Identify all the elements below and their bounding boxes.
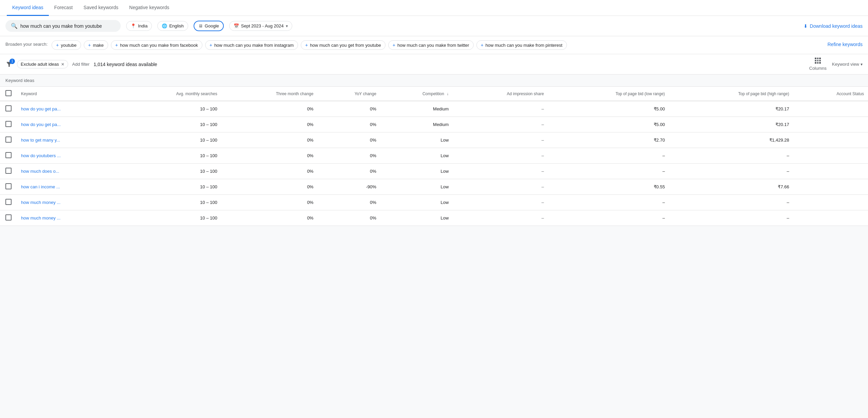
broaden-chip-twitter[interactable]: + how much can you make from twitter: [388, 40, 474, 50]
date-filter[interactable]: 📅 Sept 2023 - Aug 2024 ▾: [229, 21, 292, 31]
account-status-cell: [793, 132, 868, 148]
search-box[interactable]: 🔍: [5, 20, 121, 32]
broaden-chip-pinterest[interactable]: + how much can you make from pinterest: [476, 40, 567, 50]
chevron-down-icon: ▾: [861, 62, 863, 67]
broaden-chips: + youtube + make + how much can you make…: [52, 40, 823, 50]
columns-button[interactable]: Columns: [809, 58, 827, 71]
select-all-header[interactable]: [0, 87, 17, 101]
keyword-cell: how to get many y...: [17, 132, 118, 148]
filter-badge: 1: [9, 59, 15, 64]
row-checkbox-cell[interactable]: [0, 210, 17, 226]
tab-forecast[interactable]: Forecast: [49, 0, 78, 16]
row-checkbox[interactable]: [5, 137, 12, 143]
three-month-cell: 0%: [221, 179, 318, 195]
broaden-chip-instagram[interactable]: + how much can you make from instagram: [205, 40, 298, 50]
row-checkbox[interactable]: [5, 105, 12, 111]
table-row: how much money ... 10 – 100 0% 0% Low – …: [0, 210, 868, 226]
ad-impression-cell: –: [453, 210, 548, 226]
avg-searches-column-header: Avg. monthly searches: [118, 87, 221, 101]
top-bid-high-cell: –: [669, 195, 793, 210]
keyword-column-header: Keyword: [17, 87, 118, 101]
refine-keywords-button[interactable]: Refine keywords: [828, 40, 863, 47]
broaden-chip-make[interactable]: + make: [84, 40, 108, 50]
row-checkbox-cell[interactable]: [0, 195, 17, 210]
top-bid-low-cell: –: [548, 148, 669, 164]
row-checkbox-cell[interactable]: [0, 164, 17, 179]
select-all-checkbox[interactable]: [5, 90, 12, 96]
location-icon: 📍: [131, 23, 136, 28]
plus-icon: +: [210, 42, 212, 48]
three-month-cell: 0%: [221, 117, 318, 132]
competition-column-header[interactable]: Competition ↓: [380, 87, 453, 101]
language-label: English: [169, 23, 184, 28]
top-bid-low-cell: ₹2.70: [548, 132, 669, 148]
avg-searches-cell: 10 – 100: [118, 148, 221, 164]
broaden-chip-youtube[interactable]: + youtube: [52, 40, 81, 50]
broaden-chip-get-youtube[interactable]: + how much can you get from youtube: [301, 40, 386, 50]
tab-keyword-ideas[interactable]: Keyword ideas: [7, 0, 49, 16]
chip-label: make: [93, 43, 104, 48]
tab-saved-keywords[interactable]: Saved keywords: [78, 0, 124, 16]
exclude-adult-chip[interactable]: Exclude adult ideas ✕: [17, 60, 68, 68]
calendar-icon: 📅: [234, 23, 239, 28]
broaden-chip-facebook[interactable]: + how much can you make from facebook: [111, 40, 202, 50]
row-checkbox-cell[interactable]: [0, 148, 17, 164]
plus-icon: +: [481, 42, 484, 48]
competition-cell: Low: [380, 195, 453, 210]
row-checkbox-cell[interactable]: [0, 179, 17, 195]
search-area: 🔍 📍 India 🌐 English 🖥 Google 📅 Sept 2023…: [0, 16, 868, 36]
keyword-count: 1,014 keyword ideas available: [94, 62, 157, 67]
three-month-cell: 0%: [221, 210, 318, 226]
row-checkbox-cell[interactable]: [0, 132, 17, 148]
row-checkbox[interactable]: [5, 214, 12, 221]
table-section-header: Keyword ideas: [0, 75, 868, 87]
top-bid-low-cell: –: [548, 210, 669, 226]
ad-impression-cell: –: [453, 101, 548, 117]
top-bid-high-cell: –: [669, 210, 793, 226]
account-status-cell: [793, 117, 868, 132]
table-row: how can i income ... 10 – 100 0% -90% Lo…: [0, 179, 868, 195]
top-bid-high-cell: –: [669, 164, 793, 179]
yoy-cell: -90%: [317, 179, 380, 195]
account-status-column-header: Account Status: [793, 87, 868, 101]
yoy-cell: 0%: [317, 210, 380, 226]
top-bid-low-cell: ₹5.00: [548, 117, 669, 132]
filter-icon-button[interactable]: 1: [5, 61, 13, 68]
row-checkbox[interactable]: [5, 152, 12, 158]
tab-negative-keywords[interactable]: Negative keywords: [124, 0, 175, 16]
network-filter[interactable]: 🖥 Google: [194, 21, 224, 31]
chip-label: youtube: [61, 43, 76, 48]
competition-cell: Medium: [380, 101, 453, 117]
location-filter[interactable]: 📍 India: [126, 21, 152, 31]
ad-impression-cell: –: [453, 179, 548, 195]
keyword-view-label: Keyword view: [832, 62, 859, 67]
row-checkbox[interactable]: [5, 183, 12, 189]
broaden-area: Broaden your search: + youtube + make + …: [0, 36, 868, 54]
competition-cell: Low: [380, 148, 453, 164]
three-month-cell: 0%: [221, 132, 318, 148]
row-checkbox-cell[interactable]: [0, 101, 17, 117]
three-month-column-header: Three month change: [221, 87, 318, 101]
row-checkbox[interactable]: [5, 168, 12, 174]
competition-cell: Low: [380, 210, 453, 226]
ad-impression-cell: –: [453, 117, 548, 132]
top-bid-low-cell: –: [548, 164, 669, 179]
search-input[interactable]: [20, 23, 115, 29]
three-month-cell: 0%: [221, 148, 318, 164]
download-button[interactable]: ⬇ Download keyword ideas: [804, 23, 863, 29]
account-status-cell: [793, 164, 868, 179]
keyword-view-button[interactable]: Keyword view ▾: [832, 62, 863, 67]
row-checkbox[interactable]: [5, 121, 12, 127]
yoy-cell: 0%: [317, 148, 380, 164]
row-checkbox[interactable]: [5, 199, 12, 205]
ad-impression-cell: –: [453, 132, 548, 148]
yoy-cell: 0%: [317, 101, 380, 117]
row-checkbox-cell[interactable]: [0, 117, 17, 132]
add-filter-button[interactable]: Add filter: [72, 62, 90, 67]
keyword-cell: how do youtubers ...: [17, 148, 118, 164]
table-row: how do you get pa... 10 – 100 0% 0% Medi…: [0, 117, 868, 132]
top-bid-high-cell: ₹7.66: [669, 179, 793, 195]
competition-cell: Medium: [380, 117, 453, 132]
close-icon[interactable]: ✕: [61, 62, 64, 67]
language-filter[interactable]: 🌐 English: [157, 21, 188, 31]
